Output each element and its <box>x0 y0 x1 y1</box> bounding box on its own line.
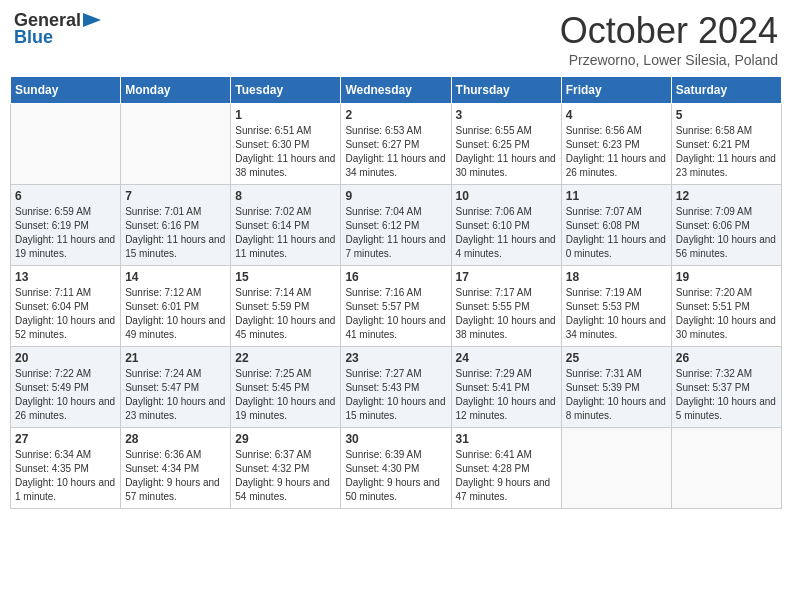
day-number: 17 <box>456 270 557 284</box>
day-info: Sunrise: 6:36 AMSunset: 4:34 PMDaylight:… <box>125 448 226 504</box>
calendar-day-cell: 7Sunrise: 7:01 AMSunset: 6:16 PMDaylight… <box>121 185 231 266</box>
calendar-day-cell: 24Sunrise: 7:29 AMSunset: 5:41 PMDayligh… <box>451 347 561 428</box>
day-info: Sunrise: 7:01 AMSunset: 6:16 PMDaylight:… <box>125 205 226 261</box>
weekday-header: Monday <box>121 77 231 104</box>
day-info: Sunrise: 7:07 AMSunset: 6:08 PMDaylight:… <box>566 205 667 261</box>
calendar-day-cell: 20Sunrise: 7:22 AMSunset: 5:49 PMDayligh… <box>11 347 121 428</box>
weekday-header: Wednesday <box>341 77 451 104</box>
day-info: Sunrise: 6:51 AMSunset: 6:30 PMDaylight:… <box>235 124 336 180</box>
day-number: 30 <box>345 432 446 446</box>
day-number: 5 <box>676 108 777 122</box>
calendar-day-cell: 21Sunrise: 7:24 AMSunset: 5:47 PMDayligh… <box>121 347 231 428</box>
day-info: Sunrise: 6:39 AMSunset: 4:30 PMDaylight:… <box>345 448 446 504</box>
day-number: 16 <box>345 270 446 284</box>
day-number: 23 <box>345 351 446 365</box>
day-info: Sunrise: 7:20 AMSunset: 5:51 PMDaylight:… <box>676 286 777 342</box>
calendar-day-cell: 22Sunrise: 7:25 AMSunset: 5:45 PMDayligh… <box>231 347 341 428</box>
calendar-day-cell: 8Sunrise: 7:02 AMSunset: 6:14 PMDaylight… <box>231 185 341 266</box>
weekday-header: Tuesday <box>231 77 341 104</box>
calendar-day-cell: 23Sunrise: 7:27 AMSunset: 5:43 PMDayligh… <box>341 347 451 428</box>
weekday-header: Thursday <box>451 77 561 104</box>
day-number: 15 <box>235 270 336 284</box>
calendar-day-cell: 13Sunrise: 7:11 AMSunset: 6:04 PMDayligh… <box>11 266 121 347</box>
calendar-day-cell: 11Sunrise: 7:07 AMSunset: 6:08 PMDayligh… <box>561 185 671 266</box>
calendar-day-cell: 10Sunrise: 7:06 AMSunset: 6:10 PMDayligh… <box>451 185 561 266</box>
calendar-week-row: 20Sunrise: 7:22 AMSunset: 5:49 PMDayligh… <box>11 347 782 428</box>
calendar-week-row: 13Sunrise: 7:11 AMSunset: 6:04 PMDayligh… <box>11 266 782 347</box>
day-number: 6 <box>15 189 116 203</box>
day-info: Sunrise: 7:02 AMSunset: 6:14 PMDaylight:… <box>235 205 336 261</box>
day-number: 14 <box>125 270 226 284</box>
calendar-day-cell: 16Sunrise: 7:16 AMSunset: 5:57 PMDayligh… <box>341 266 451 347</box>
day-number: 20 <box>15 351 116 365</box>
day-info: Sunrise: 7:22 AMSunset: 5:49 PMDaylight:… <box>15 367 116 423</box>
calendar-day-cell: 27Sunrise: 6:34 AMSunset: 4:35 PMDayligh… <box>11 428 121 509</box>
calendar-day-cell: 18Sunrise: 7:19 AMSunset: 5:53 PMDayligh… <box>561 266 671 347</box>
day-number: 7 <box>125 189 226 203</box>
day-info: Sunrise: 6:53 AMSunset: 6:27 PMDaylight:… <box>345 124 446 180</box>
day-number: 31 <box>456 432 557 446</box>
calendar-day-cell: 19Sunrise: 7:20 AMSunset: 5:51 PMDayligh… <box>671 266 781 347</box>
logo: General Blue <box>14 10 101 48</box>
calendar-day-cell <box>561 428 671 509</box>
calendar-day-cell: 5Sunrise: 6:58 AMSunset: 6:21 PMDaylight… <box>671 104 781 185</box>
day-info: Sunrise: 7:16 AMSunset: 5:57 PMDaylight:… <box>345 286 446 342</box>
calendar-day-cell: 17Sunrise: 7:17 AMSunset: 5:55 PMDayligh… <box>451 266 561 347</box>
day-number: 11 <box>566 189 667 203</box>
weekday-header: Sunday <box>11 77 121 104</box>
day-info: Sunrise: 6:37 AMSunset: 4:32 PMDaylight:… <box>235 448 336 504</box>
day-number: 12 <box>676 189 777 203</box>
day-info: Sunrise: 6:41 AMSunset: 4:28 PMDaylight:… <box>456 448 557 504</box>
day-number: 21 <box>125 351 226 365</box>
calendar-day-cell: 31Sunrise: 6:41 AMSunset: 4:28 PMDayligh… <box>451 428 561 509</box>
calendar-day-cell: 14Sunrise: 7:12 AMSunset: 6:01 PMDayligh… <box>121 266 231 347</box>
day-info: Sunrise: 6:59 AMSunset: 6:19 PMDaylight:… <box>15 205 116 261</box>
calendar-week-row: 1Sunrise: 6:51 AMSunset: 6:30 PMDaylight… <box>11 104 782 185</box>
calendar-day-cell: 30Sunrise: 6:39 AMSunset: 4:30 PMDayligh… <box>341 428 451 509</box>
page-header: General Blue October 2024 Przeworno, Low… <box>10 10 782 68</box>
calendar-day-cell <box>121 104 231 185</box>
day-info: Sunrise: 7:09 AMSunset: 6:06 PMDaylight:… <box>676 205 777 261</box>
day-info: Sunrise: 7:24 AMSunset: 5:47 PMDaylight:… <box>125 367 226 423</box>
day-info: Sunrise: 6:56 AMSunset: 6:23 PMDaylight:… <box>566 124 667 180</box>
day-number: 28 <box>125 432 226 446</box>
calendar-day-cell: 3Sunrise: 6:55 AMSunset: 6:25 PMDaylight… <box>451 104 561 185</box>
day-number: 13 <box>15 270 116 284</box>
day-info: Sunrise: 7:12 AMSunset: 6:01 PMDaylight:… <box>125 286 226 342</box>
day-number: 1 <box>235 108 336 122</box>
calendar-day-cell: 26Sunrise: 7:32 AMSunset: 5:37 PMDayligh… <box>671 347 781 428</box>
day-number: 4 <box>566 108 667 122</box>
logo-blue: Blue <box>14 27 53 48</box>
day-number: 22 <box>235 351 336 365</box>
day-info: Sunrise: 6:55 AMSunset: 6:25 PMDaylight:… <box>456 124 557 180</box>
calendar-day-cell <box>11 104 121 185</box>
day-info: Sunrise: 7:32 AMSunset: 5:37 PMDaylight:… <box>676 367 777 423</box>
calendar-day-cell: 15Sunrise: 7:14 AMSunset: 5:59 PMDayligh… <box>231 266 341 347</box>
location: Przeworno, Lower Silesia, Poland <box>560 52 778 68</box>
day-info: Sunrise: 7:29 AMSunset: 5:41 PMDaylight:… <box>456 367 557 423</box>
day-info: Sunrise: 7:11 AMSunset: 6:04 PMDaylight:… <box>15 286 116 342</box>
calendar-day-cell: 12Sunrise: 7:09 AMSunset: 6:06 PMDayligh… <box>671 185 781 266</box>
calendar-week-row: 6Sunrise: 6:59 AMSunset: 6:19 PMDaylight… <box>11 185 782 266</box>
calendar-table: SundayMondayTuesdayWednesdayThursdayFrid… <box>10 76 782 509</box>
day-info: Sunrise: 7:17 AMSunset: 5:55 PMDaylight:… <box>456 286 557 342</box>
weekday-header-row: SundayMondayTuesdayWednesdayThursdayFrid… <box>11 77 782 104</box>
calendar-day-cell: 2Sunrise: 6:53 AMSunset: 6:27 PMDaylight… <box>341 104 451 185</box>
day-number: 10 <box>456 189 557 203</box>
day-number: 26 <box>676 351 777 365</box>
day-number: 24 <box>456 351 557 365</box>
calendar-day-cell: 29Sunrise: 6:37 AMSunset: 4:32 PMDayligh… <box>231 428 341 509</box>
day-number: 25 <box>566 351 667 365</box>
day-number: 29 <box>235 432 336 446</box>
day-info: Sunrise: 7:31 AMSunset: 5:39 PMDaylight:… <box>566 367 667 423</box>
calendar-day-cell <box>671 428 781 509</box>
day-info: Sunrise: 7:04 AMSunset: 6:12 PMDaylight:… <box>345 205 446 261</box>
day-number: 2 <box>345 108 446 122</box>
day-number: 19 <box>676 270 777 284</box>
title-block: October 2024 Przeworno, Lower Silesia, P… <box>560 10 778 68</box>
day-number: 18 <box>566 270 667 284</box>
weekday-header: Saturday <box>671 77 781 104</box>
svg-marker-0 <box>83 13 101 27</box>
day-info: Sunrise: 7:14 AMSunset: 5:59 PMDaylight:… <box>235 286 336 342</box>
day-number: 9 <box>345 189 446 203</box>
